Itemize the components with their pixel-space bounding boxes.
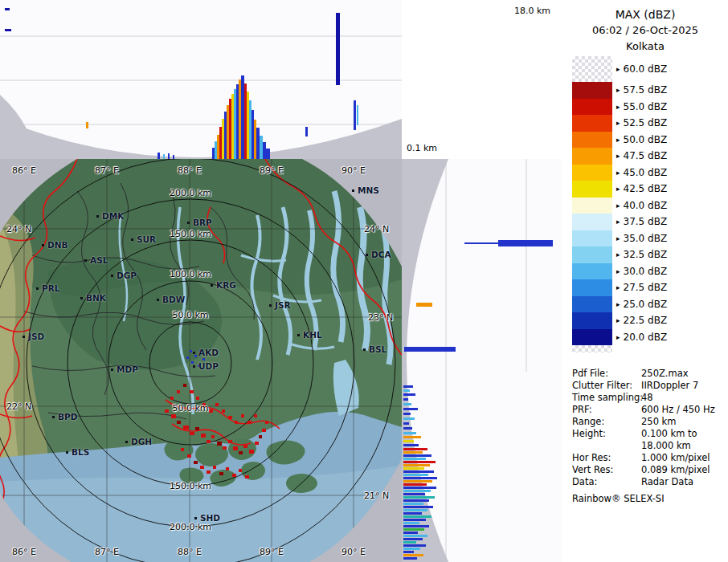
echo-bar xyxy=(403,458,426,460)
legend-entry: ▸25.0 dBZ xyxy=(572,296,701,313)
echo-bar xyxy=(403,470,434,473)
triangle-marker-icon: ▸ xyxy=(616,103,620,111)
metadata-label: Pdf File: xyxy=(572,368,641,380)
city-label: UDP xyxy=(198,361,219,371)
echo-bar xyxy=(403,554,423,556)
triangle-marker-icon: ▸ xyxy=(616,300,620,308)
echo-bar xyxy=(403,551,414,553)
city-marker-dca: DCA xyxy=(366,250,391,259)
legend-swatch xyxy=(572,263,612,280)
city-label: DNB xyxy=(47,240,68,250)
echo-bar xyxy=(5,8,10,10)
city-label: SHD xyxy=(200,513,220,523)
city-label: BNK xyxy=(86,293,106,303)
latitude-label: 22° N xyxy=(6,401,31,412)
metadata-row: Range:250 km xyxy=(572,416,723,428)
city-marker-dnb: DNB xyxy=(42,240,68,250)
city-marker-jsd: JSD xyxy=(22,332,44,341)
range-ring-label: 50.0 km xyxy=(172,310,208,320)
city-label: BLS xyxy=(72,447,89,457)
echo-bar xyxy=(403,393,415,396)
city-marker-udp: UDP xyxy=(193,361,219,371)
echo-bar xyxy=(403,474,428,476)
city-dot-icon xyxy=(22,336,25,338)
radar-map-panel[interactable]: 200.0 km150.0 km100.0 km50.0 km50.0 km15… xyxy=(0,159,402,562)
echo-bar xyxy=(266,149,270,159)
legend-swatch xyxy=(572,312,612,329)
height-scale-side-label: 0.1 km xyxy=(407,143,437,153)
echo-bar xyxy=(403,506,433,508)
right-panel-echoes xyxy=(402,159,562,562)
city-marker-sur: SUR xyxy=(131,234,156,244)
metadata-row: Hor Res:1.000 km/pixel xyxy=(572,452,723,464)
legend-swatch xyxy=(572,132,612,149)
longitude-label: 90° E xyxy=(342,165,366,176)
metadata-row: Time sampling:48 xyxy=(572,392,723,404)
city-dot-icon xyxy=(366,254,368,256)
legend-swatch xyxy=(572,181,612,198)
triangle-marker-icon: ▸ xyxy=(616,86,620,94)
metadata-label: Range: xyxy=(572,416,641,428)
legend-label: ▸57.5 dBZ xyxy=(612,84,667,96)
city-dot-icon xyxy=(84,259,87,262)
echo-bar xyxy=(403,464,430,466)
city-label: BPD xyxy=(58,412,77,422)
triangle-marker-icon: ▸ xyxy=(616,152,620,160)
metadata-value: Radar Data xyxy=(641,476,723,488)
echo-bar xyxy=(403,515,431,518)
latitude-label: 21° N xyxy=(364,491,389,501)
metadata-row: 18.000 km xyxy=(572,440,723,452)
city-label: KRG xyxy=(216,280,236,290)
legend-label: ▸20.0 dBZ xyxy=(612,332,667,343)
triangle-marker-icon: ▸ xyxy=(616,169,620,177)
legend-nodata-swatch xyxy=(572,345,612,352)
legend-entry: ▸60.0 dBZ xyxy=(572,56,701,82)
city-dot-icon xyxy=(187,222,190,224)
longitude-label: 89° E xyxy=(260,165,284,176)
echo-bar xyxy=(403,448,427,450)
triangle-marker-icon: ▸ xyxy=(616,267,620,275)
city-dot-icon xyxy=(211,284,213,287)
city-label: BDW xyxy=(162,295,185,304)
city-marker-mdp: MDP xyxy=(111,364,138,374)
legend-label: ▸32.5 dBZ xyxy=(612,249,667,260)
echo-bar xyxy=(403,427,412,430)
legend-swatch xyxy=(572,99,612,116)
echo-bar xyxy=(403,493,425,495)
city-dot-icon xyxy=(352,189,354,192)
top-height-projection-panel xyxy=(0,0,402,159)
legend-label: ▸25.0 dBZ xyxy=(612,299,667,310)
metadata-value: IIRDoppler 7 xyxy=(641,380,723,392)
legend-swatch xyxy=(572,148,612,165)
legend-header: MAX (dBZ) 06:02 / 26-Oct-2025 Kolkata xyxy=(562,6,728,55)
triangle-marker-icon: ▸ xyxy=(616,234,620,242)
city-marker-bls: BLS xyxy=(66,447,89,457)
height-scale-top-label: 18.0 km xyxy=(514,6,550,16)
city-dot-icon xyxy=(66,451,68,454)
longitude-label: 86° E xyxy=(12,165,36,176)
echo-bar xyxy=(404,347,456,352)
legend-panel: MAX (dBZ) 06:02 / 26-Oct-2025 Kolkata ▸6… xyxy=(562,0,728,562)
legend-entry: ▸42.5 dBZ xyxy=(572,181,701,198)
echo-bar xyxy=(305,127,308,136)
echo-bar xyxy=(403,403,411,405)
echo-bar xyxy=(403,467,424,470)
echo-bar xyxy=(403,440,414,442)
legend-entry: ▸30.0 dBZ xyxy=(572,263,701,280)
longitude-label: 90° E xyxy=(342,547,366,557)
legend-label: ▸55.0 dBZ xyxy=(612,101,667,112)
echo-bar xyxy=(403,544,426,547)
legend-label: ▸47.5 dBZ xyxy=(612,150,667,161)
metadata-row: Clutter Filter:IIRDoppler 7 xyxy=(572,380,723,392)
triangle-marker-icon: ▸ xyxy=(616,119,620,127)
legend-swatch xyxy=(572,296,612,313)
echo-bar xyxy=(403,451,423,454)
legend-scale: ▸60.0 dBZ▸57.5 dBZ▸55.0 dBZ▸52.5 dBZ▸50.… xyxy=(572,56,701,345)
triangle-marker-icon: ▸ xyxy=(616,283,620,291)
metadata-value: 250 km xyxy=(641,416,723,428)
city-label: AKD xyxy=(198,348,219,357)
range-ring-label: 100.0 km xyxy=(170,269,211,279)
metadata-row: Data:Radar Data xyxy=(572,476,723,488)
metadata-value: 0.089 km/pixel xyxy=(641,464,723,476)
station-name: Kolkata xyxy=(562,39,728,55)
